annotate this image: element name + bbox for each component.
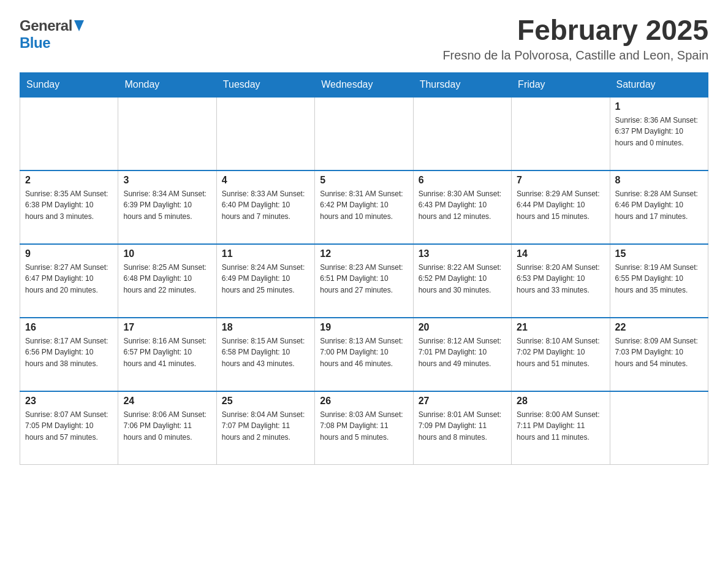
day-number: 22	[615, 322, 703, 333]
weekday-header-wednesday: Wednesday	[315, 72, 413, 97]
calendar-week-row: 23Sunrise: 8:07 AM Sunset: 7:05 PM Dayli…	[20, 391, 708, 465]
calendar-cell: 7Sunrise: 8:29 AM Sunset: 6:44 PM Daylig…	[512, 170, 610, 244]
day-number: 9	[25, 248, 113, 259]
day-info: Sunrise: 8:17 AM Sunset: 6:56 PM Dayligh…	[25, 335, 113, 370]
calendar-week-row: 2Sunrise: 8:35 AM Sunset: 6:38 PM Daylig…	[20, 170, 708, 244]
svg-marker-0	[74, 20, 84, 31]
day-number: 15	[615, 248, 703, 259]
calendar-cell	[118, 97, 216, 170]
day-number: 2	[25, 175, 113, 186]
weekday-header-monday: Monday	[118, 72, 216, 97]
day-number: 24	[123, 396, 211, 407]
page-header: General Blue February 2025 Fresno de la …	[20, 15, 708, 63]
day-info: Sunrise: 8:10 AM Sunset: 7:02 PM Dayligh…	[517, 335, 604, 370]
day-info: Sunrise: 8:12 AM Sunset: 7:01 PM Dayligh…	[419, 335, 506, 370]
day-number: 18	[222, 322, 309, 333]
day-info: Sunrise: 8:09 AM Sunset: 7:03 PM Dayligh…	[615, 335, 703, 370]
month-title: February 2025	[442, 15, 708, 46]
day-number: 23	[25, 396, 113, 407]
calendar-cell: 5Sunrise: 8:31 AM Sunset: 6:42 PM Daylig…	[315, 170, 413, 244]
day-number: 7	[517, 175, 604, 186]
day-info: Sunrise: 8:30 AM Sunset: 6:43 PM Dayligh…	[419, 188, 506, 223]
calendar-cell: 3Sunrise: 8:34 AM Sunset: 6:39 PM Daylig…	[118, 170, 216, 244]
day-number: 3	[123, 175, 211, 186]
calendar-cell: 16Sunrise: 8:17 AM Sunset: 6:56 PM Dayli…	[20, 318, 118, 391]
day-number: 12	[320, 248, 408, 259]
calendar-cell: 4Sunrise: 8:33 AM Sunset: 6:40 PM Daylig…	[216, 170, 314, 244]
day-info: Sunrise: 8:07 AM Sunset: 7:05 PM Dayligh…	[25, 409, 113, 443]
day-number: 8	[615, 175, 703, 186]
day-info: Sunrise: 8:23 AM Sunset: 6:51 PM Dayligh…	[320, 262, 408, 296]
calendar-cell: 15Sunrise: 8:19 AM Sunset: 6:55 PM Dayli…	[610, 244, 708, 318]
day-info: Sunrise: 8:20 AM Sunset: 6:53 PM Dayligh…	[517, 262, 604, 296]
day-info: Sunrise: 8:16 AM Sunset: 6:57 PM Dayligh…	[123, 335, 211, 370]
calendar-cell: 11Sunrise: 8:24 AM Sunset: 6:49 PM Dayli…	[216, 244, 314, 318]
day-number: 14	[517, 248, 604, 259]
day-info: Sunrise: 8:04 AM Sunset: 7:07 PM Dayligh…	[222, 409, 309, 443]
calendar-cell: 13Sunrise: 8:22 AM Sunset: 6:52 PM Dayli…	[413, 244, 511, 318]
day-number: 11	[222, 248, 309, 259]
day-number: 21	[517, 322, 604, 333]
day-info: Sunrise: 8:27 AM Sunset: 6:47 PM Dayligh…	[25, 262, 113, 296]
day-info: Sunrise: 8:33 AM Sunset: 6:40 PM Dayligh…	[222, 188, 309, 223]
calendar-cell: 26Sunrise: 8:03 AM Sunset: 7:08 PM Dayli…	[315, 391, 413, 465]
day-number: 19	[320, 322, 408, 333]
weekday-header-saturday: Saturday	[610, 72, 708, 97]
calendar-week-row: 1Sunrise: 8:36 AM Sunset: 6:37 PM Daylig…	[20, 97, 708, 170]
calendar-cell: 17Sunrise: 8:16 AM Sunset: 6:57 PM Dayli…	[118, 318, 216, 391]
logo-general-text: General	[20, 17, 72, 34]
day-info: Sunrise: 8:34 AM Sunset: 6:39 PM Dayligh…	[123, 188, 211, 223]
calendar-cell: 25Sunrise: 8:04 AM Sunset: 7:07 PM Dayli…	[216, 391, 314, 465]
calendar-cell: 23Sunrise: 8:07 AM Sunset: 7:05 PM Dayli…	[20, 391, 118, 465]
calendar-cell	[413, 97, 511, 170]
day-number: 6	[419, 175, 506, 186]
calendar-cell: 20Sunrise: 8:12 AM Sunset: 7:01 PM Dayli…	[413, 318, 511, 391]
logo-blue-text: Blue	[20, 34, 50, 51]
calendar-week-row: 9Sunrise: 8:27 AM Sunset: 6:47 PM Daylig…	[20, 244, 708, 318]
day-info: Sunrise: 8:24 AM Sunset: 6:49 PM Dayligh…	[222, 262, 309, 296]
calendar-cell	[610, 391, 708, 465]
calendar-cell: 1Sunrise: 8:36 AM Sunset: 6:37 PM Daylig…	[610, 97, 708, 170]
calendar-cell	[315, 97, 413, 170]
calendar-cell: 2Sunrise: 8:35 AM Sunset: 6:38 PM Daylig…	[20, 170, 118, 244]
weekday-header-row: SundayMondayTuesdayWednesdayThursdayFrid…	[20, 72, 708, 97]
day-info: Sunrise: 8:29 AM Sunset: 6:44 PM Dayligh…	[517, 188, 604, 223]
title-block: February 2025 Fresno de la Polvorosa, Ca…	[442, 15, 708, 63]
logo: General Blue	[20, 17, 84, 52]
calendar-cell: 9Sunrise: 8:27 AM Sunset: 6:47 PM Daylig…	[20, 244, 118, 318]
calendar-cell: 19Sunrise: 8:13 AM Sunset: 7:00 PM Dayli…	[315, 318, 413, 391]
calendar-cell: 8Sunrise: 8:28 AM Sunset: 6:46 PM Daylig…	[610, 170, 708, 244]
day-info: Sunrise: 8:31 AM Sunset: 6:42 PM Dayligh…	[320, 188, 408, 223]
day-info: Sunrise: 8:36 AM Sunset: 6:37 PM Dayligh…	[615, 115, 703, 149]
day-info: Sunrise: 8:01 AM Sunset: 7:09 PM Dayligh…	[419, 409, 506, 443]
calendar-table: SundayMondayTuesdayWednesdayThursdayFrid…	[20, 72, 708, 465]
weekday-header-sunday: Sunday	[20, 72, 118, 97]
location-title: Fresno de la Polvorosa, Castille and Leo…	[442, 48, 708, 63]
day-info: Sunrise: 8:03 AM Sunset: 7:08 PM Dayligh…	[320, 409, 408, 443]
day-number: 17	[123, 322, 211, 333]
day-number: 10	[123, 248, 211, 259]
weekday-header-thursday: Thursday	[413, 72, 511, 97]
calendar-cell	[216, 97, 314, 170]
day-number: 20	[419, 322, 506, 333]
calendar-cell: 21Sunrise: 8:10 AM Sunset: 7:02 PM Dayli…	[512, 318, 610, 391]
calendar-week-row: 16Sunrise: 8:17 AM Sunset: 6:56 PM Dayli…	[20, 318, 708, 391]
day-number: 27	[419, 396, 506, 407]
day-info: Sunrise: 8:06 AM Sunset: 7:06 PM Dayligh…	[123, 409, 211, 443]
day-info: Sunrise: 8:22 AM Sunset: 6:52 PM Dayligh…	[419, 262, 506, 296]
calendar-cell: 18Sunrise: 8:15 AM Sunset: 6:58 PM Dayli…	[216, 318, 314, 391]
calendar-cell: 27Sunrise: 8:01 AM Sunset: 7:09 PM Dayli…	[413, 391, 511, 465]
calendar-cell: 24Sunrise: 8:06 AM Sunset: 7:06 PM Dayli…	[118, 391, 216, 465]
calendar-cell: 10Sunrise: 8:25 AM Sunset: 6:48 PM Dayli…	[118, 244, 216, 318]
day-info: Sunrise: 8:35 AM Sunset: 6:38 PM Dayligh…	[25, 188, 113, 223]
calendar-cell	[20, 97, 118, 170]
day-info: Sunrise: 8:15 AM Sunset: 6:58 PM Dayligh…	[222, 335, 309, 370]
day-number: 4	[222, 175, 309, 186]
logo-arrow-icon	[74, 20, 84, 34]
day-number: 28	[517, 396, 604, 407]
weekday-header-tuesday: Tuesday	[216, 72, 314, 97]
weekday-header-friday: Friday	[512, 72, 610, 97]
day-number: 26	[320, 396, 408, 407]
day-info: Sunrise: 8:13 AM Sunset: 7:00 PM Dayligh…	[320, 335, 408, 370]
calendar-cell	[512, 97, 610, 170]
